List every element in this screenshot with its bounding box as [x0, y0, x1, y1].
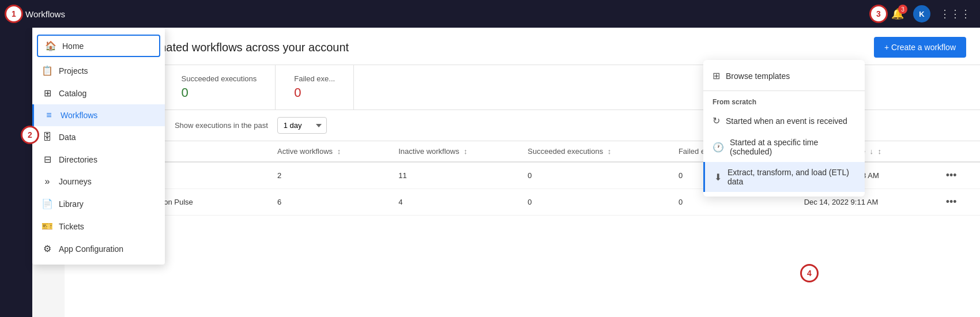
col-active-workflows: Active workflows ↕ [268, 141, 389, 162]
event-label: Started when an event is received [726, 116, 847, 126]
row-1-succeeded: 0 [518, 162, 669, 189]
etl-icon: ⬇ [714, 172, 722, 183]
executions-select-wrapper: 1 day 7 days 30 days [277, 117, 327, 134]
sort-modified-icon[interactable]: ↓ [869, 147, 873, 156]
col-succeeded-executions: Succeeded executions ↕ [518, 141, 669, 162]
journeys-icon: » [42, 176, 53, 187]
sidebar-item-tickets[interactable]: 🎫 Tickets [32, 215, 165, 237]
notifications-button[interactable]: 🔔 3 [891, 7, 904, 20]
sidebar-label-home: Home [62, 41, 84, 51]
executions-label: Show executions in the past [175, 121, 268, 130]
sidebar-strip [0, 28, 32, 317]
stat-failed-label: Failed exe... [294, 74, 335, 83]
sidebar-label-app-config: App Configuration [59, 244, 123, 254]
etl-label: Extract, transform, and load (ETL) data [728, 168, 855, 186]
data-icon: 🗄 [42, 132, 53, 142]
grid-icon[interactable]: ⋮⋮⋮ [940, 7, 971, 20]
more-options-button-2[interactable]: ••• [946, 196, 957, 208]
sidebar-item-directories[interactable]: ⊟ Directories [32, 148, 165, 171]
nav-right: ? 🔔 3 K ⋮⋮⋮ [876, 5, 971, 22]
help-icon: ? [876, 8, 882, 20]
sidebar-item-library[interactable]: 📄 Library [32, 193, 165, 215]
dropdown-item-scheduled[interactable]: 🕐 Started at a specific time (scheduled) [703, 132, 865, 162]
browse-templates-item[interactable]: ⊞ Browse templates [703, 65, 865, 87]
sidebar-label-workflows: Workflows [61, 111, 97, 120]
nav-title: Workflows [25, 9, 65, 19]
sort-succeeded-icon[interactable]: ↕ [608, 147, 612, 156]
library-icon: 📄 [42, 198, 53, 209]
dropdown-item-event[interactable]: ↻ Started when an event is received [703, 110, 865, 132]
create-workflow-dropdown: ⊞ Browse templates From scratch ↻ Starte… [703, 60, 865, 197]
sort-active-icon[interactable]: ↕ [337, 147, 341, 156]
row-2-active: 6 [268, 189, 389, 216]
avatar[interactable]: K [913, 5, 930, 22]
app-config-icon: ⚙ [42, 243, 53, 254]
sidebar-item-workflows[interactable]: ≡ Workflows [32, 104, 165, 126]
home-icon: 🏠 [45, 40, 56, 51]
directories-icon: ⊟ [42, 154, 53, 165]
stat-succeeded-value: 0 [181, 85, 257, 100]
help-button[interactable]: ? [876, 8, 882, 20]
event-icon: ↻ [713, 115, 720, 126]
sidebar-item-catalog[interactable]: ⊞ Catalog [32, 82, 165, 104]
col-actions [937, 141, 980, 162]
sort-inactive-icon[interactable]: ↕ [463, 147, 468, 156]
row-2-succeeded: 0 [518, 189, 669, 216]
sidebar-label-data: Data [59, 133, 76, 142]
main-area: 🏠 Home 📋 Projects ⊞ Catalog ≡ Workflows … [0, 28, 980, 317]
sidebar-label-catalog: Catalog [59, 89, 86, 98]
sidebar-label-journeys: Journeys [59, 177, 92, 186]
sidebar-item-app-configuration[interactable]: ⚙ App Configuration [32, 237, 165, 260]
row-2-inactive: 4 [389, 189, 518, 216]
sidebar-dropdown: 🏠 Home 📋 Projects ⊞ Catalog ≡ Workflows … [32, 28, 165, 265]
stat-succeeded-label: Succeeded executions [181, 74, 257, 83]
nav-left: ☰ Workflows [9, 7, 65, 20]
col-inactive-workflows: Inactive workflows ↕ [389, 141, 518, 162]
sidebar-item-projects[interactable]: 📋 Projects [32, 59, 165, 82]
row-2-actions: ••• [937, 189, 980, 216]
from-scratch-header: From scratch [703, 95, 865, 110]
scheduled-label: Started at a specific time (scheduled) [730, 138, 855, 156]
top-navigation: ☰ Workflows ? 🔔 3 K ⋮⋮⋮ 1 3 [0, 0, 980, 28]
templates-icon: ⊞ [713, 70, 720, 81]
sidebar-item-home[interactable]: 🏠 Home [37, 35, 160, 57]
dropdown-item-etl[interactable]: ⬇ Extract, transform, and load (ETL) dat… [703, 162, 865, 192]
stat-failed-value: 0 [294, 85, 335, 100]
sidebar-item-data[interactable]: 🗄 Data [32, 126, 165, 148]
sidebar-label-tickets: Tickets [59, 222, 84, 231]
row-1-actions: ••• [937, 162, 980, 189]
notification-badge: 3 [898, 5, 907, 14]
sidebar-label-directories: Directories [59, 155, 97, 164]
more-options-button-1[interactable]: ••• [946, 169, 957, 182]
sidebar-label-projects: Projects [59, 66, 88, 76]
dropdown-divider [703, 90, 865, 91]
create-workflow-button[interactable]: + Create a workflow [874, 37, 966, 58]
catalog-icon: ⊞ [42, 88, 53, 99]
sort-modified-expand-icon[interactable]: ↕ [878, 147, 882, 156]
scheduled-icon: 🕐 [713, 142, 724, 153]
sidebar-label-library: Library [59, 199, 84, 209]
hamburger-button[interactable]: ☰ [9, 7, 18, 20]
row-1-active: 2 [268, 162, 389, 189]
stat-succeeded-executions: Succeeded executions 0 [163, 65, 276, 110]
row-1-inactive: 11 [389, 162, 518, 189]
browse-templates-label: Browse templates [726, 71, 790, 81]
projects-icon: 📋 [42, 65, 53, 76]
workflows-icon: ≡ [43, 110, 55, 120]
sidebar-item-journeys[interactable]: » Journeys [32, 171, 165, 193]
tickets-icon: 🎫 [42, 221, 53, 232]
stat-failed-executions: Failed exe... 0 [276, 65, 354, 110]
executions-dropdown[interactable]: 1 day 7 days 30 days [277, 117, 327, 134]
